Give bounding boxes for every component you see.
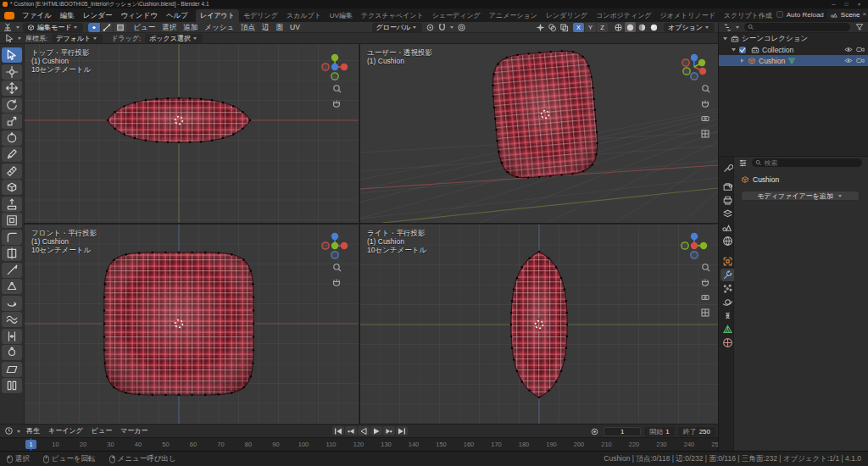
prev-keyframe-button[interactable]: [345, 426, 357, 435]
properties-editor-icon[interactable]: [737, 158, 748, 168]
properties-tab-output[interactable]: [721, 194, 734, 207]
properties-tab-view-layer[interactable]: [721, 208, 734, 220]
tool-select-box[interactable]: [2, 47, 22, 63]
workspace-tab-shading[interactable]: シェーディング: [428, 9, 485, 22]
active-tool-icon[interactable]: [3, 33, 15, 43]
snap-magnet-icon[interactable]: [436, 22, 448, 32]
tool-shear[interactable]: [2, 362, 22, 377]
proportional-editing-icon[interactable]: [455, 22, 467, 32]
collection-checkbox[interactable]: [739, 47, 746, 53]
workspace-tab-scripting[interactable]: スクリプト作成: [720, 9, 776, 22]
properties-tab-object[interactable]: [721, 255, 734, 268]
eye-icon[interactable]: [844, 46, 853, 53]
cushion-mesh[interactable]: [107, 97, 252, 144]
workspace-tab-compositing[interactable]: コンポジティング: [592, 9, 656, 22]
menu-file[interactable]: ファイル: [18, 9, 56, 22]
add-modifier-button[interactable]: モディファイアーを追加: [741, 191, 860, 201]
chevron-down-icon[interactable]: [731, 47, 737, 53]
properties-tab-object-data[interactable]: [721, 323, 734, 336]
menu-help[interactable]: ヘルプ: [162, 9, 192, 22]
viewport-right[interactable]: ライト・平行投影(1) Cushion10センチメートル: [360, 225, 718, 424]
timeline-menu-playback[interactable]: 再生: [22, 425, 44, 437]
shading-rendered-icon[interactable]: [648, 22, 659, 32]
play-reverse-button[interactable]: [358, 426, 370, 435]
viewport-menu-edge[interactable]: 辺: [259, 22, 273, 32]
tool-rip-region[interactable]: [2, 378, 22, 393]
outliner-editor-icon[interactable]: [721, 22, 733, 32]
viewport-top[interactable]: トップ・平行投影(1) Cushion10センチメートル: [25, 44, 359, 223]
viewport-menu-face[interactable]: 面: [273, 22, 287, 32]
auto-reload-checkbox[interactable]: [776, 11, 783, 18]
blender-app-icon[interactable]: [4, 12, 14, 19]
tool-mode-dropdown[interactable]: デフォルト: [52, 34, 103, 43]
properties-tab-material[interactable]: [721, 336, 734, 349]
orientation-dropdown[interactable]: グローバル: [372, 23, 423, 32]
chevron-down-icon[interactable]: [722, 36, 728, 42]
show-overlays-icon[interactable]: [546, 22, 558, 32]
eye-icon[interactable]: [844, 57, 853, 64]
tool-spin[interactable]: [2, 296, 22, 311]
editor-type-icon[interactable]: [2, 22, 14, 32]
viewport-menu-mesh[interactable]: メッシュ: [201, 22, 237, 32]
properties-tab-physics[interactable]: [721, 296, 734, 308]
jump-end-button[interactable]: [396, 426, 408, 435]
outliner-row-cushion[interactable]: Cushion: [719, 55, 868, 66]
menu-render[interactable]: レンダー: [79, 9, 117, 22]
properties-tab-world[interactable]: [721, 235, 734, 247]
pivot-point-icon[interactable]: [424, 22, 436, 32]
outliner-search[interactable]: [744, 23, 850, 31]
camera-icon[interactable]: [856, 46, 865, 53]
tool-smooth[interactable]: [2, 312, 22, 327]
tool-annotate[interactable]: [2, 147, 22, 162]
workspace-tab-animation[interactable]: アニメーション: [485, 9, 542, 22]
tool-extrude-region[interactable]: [2, 197, 22, 212]
tool-knife[interactable]: [2, 263, 22, 278]
viewport-menu-view[interactable]: ビュー: [130, 22, 159, 32]
mirror-z-button[interactable]: Z: [597, 23, 608, 32]
tool-loop-cut[interactable]: [2, 246, 22, 261]
cushion-mesh[interactable]: [510, 251, 569, 399]
workspace-tab-uv-editing[interactable]: UV編集: [326, 9, 357, 22]
workspace-tab-layout[interactable]: レイアウト: [196, 9, 239, 22]
tool-transform[interactable]: [2, 130, 22, 146]
properties-tab-render[interactable]: [721, 180, 734, 193]
play-button[interactable]: [370, 426, 382, 435]
minimize-button[interactable]: ─: [827, 0, 840, 8]
tool-inset-faces[interactable]: [2, 213, 22, 228]
scene-unlink-icon[interactable]: ×: [862, 11, 866, 18]
filter-icon[interactable]: [854, 22, 865, 32]
tool-rotate[interactable]: [2, 97, 22, 113]
workspace-tab-rendering[interactable]: レンダリング: [542, 9, 592, 22]
properties-tab-tool[interactable]: [721, 162, 734, 175]
properties-tab-modifiers[interactable]: [721, 269, 734, 281]
maximize-button[interactable]: □: [840, 0, 853, 8]
timeline-menu-view[interactable]: ビュー: [87, 425, 116, 437]
timeline-menu-keying[interactable]: キーイング: [44, 425, 87, 437]
cushion-mesh[interactable]: [489, 47, 602, 181]
drag-action-dropdown[interactable]: ボックス選択: [145, 34, 203, 43]
properties-tab-constraints[interactable]: [721, 309, 734, 322]
menu-edit[interactable]: 編集: [56, 9, 79, 22]
properties-search-input[interactable]: [762, 159, 860, 167]
xray-toggle-icon[interactable]: [558, 22, 570, 32]
timeline-menu-marker[interactable]: マーカー: [116, 425, 152, 437]
show-gizmo-icon[interactable]: [534, 22, 546, 32]
tool-cursor[interactable]: [2, 64, 22, 80]
viewport-menu-select[interactable]: 選択: [159, 22, 180, 32]
frame-end-field[interactable]: 終了 250: [678, 427, 715, 436]
jump-start-button[interactable]: [332, 426, 344, 435]
viewport-user[interactable]: ユーザー・透視投影(1) Cushion: [360, 44, 718, 223]
tool-move[interactable]: [2, 80, 22, 96]
tool-scale[interactable]: [2, 114, 22, 129]
options-dropdown[interactable]: オプション: [664, 23, 715, 32]
playhead[interactable]: 1: [25, 440, 36, 449]
outliner-row-collection[interactable]: Collection: [719, 44, 868, 55]
edge-select-mode-button[interactable]: [101, 23, 114, 32]
menu-window[interactable]: ウィンドウ: [116, 9, 162, 22]
workspace-tab-geometry-nodes[interactable]: ジオメトリノード: [656, 9, 720, 22]
viewport-menu-add[interactable]: 追加: [180, 22, 201, 32]
tool-add-cube[interactable]: [2, 180, 22, 195]
mirror-y-button[interactable]: Y: [585, 23, 596, 32]
workspace-tab-modeling[interactable]: モデリング: [239, 9, 282, 22]
chevron-right-icon[interactable]: [739, 58, 745, 64]
